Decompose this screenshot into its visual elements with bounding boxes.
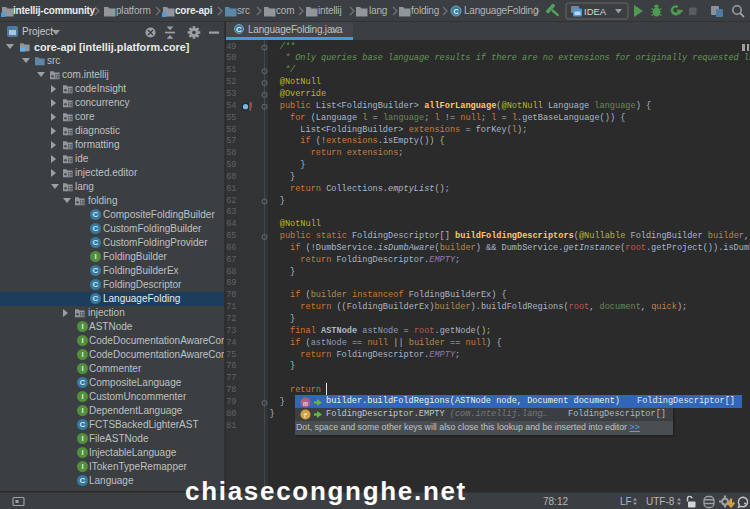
svg-text:IDEA: IDEA	[584, 6, 607, 17]
svg-text:C: C	[453, 8, 458, 15]
svg-text:m: m	[303, 398, 308, 407]
svg-text:f: f	[303, 411, 308, 420]
